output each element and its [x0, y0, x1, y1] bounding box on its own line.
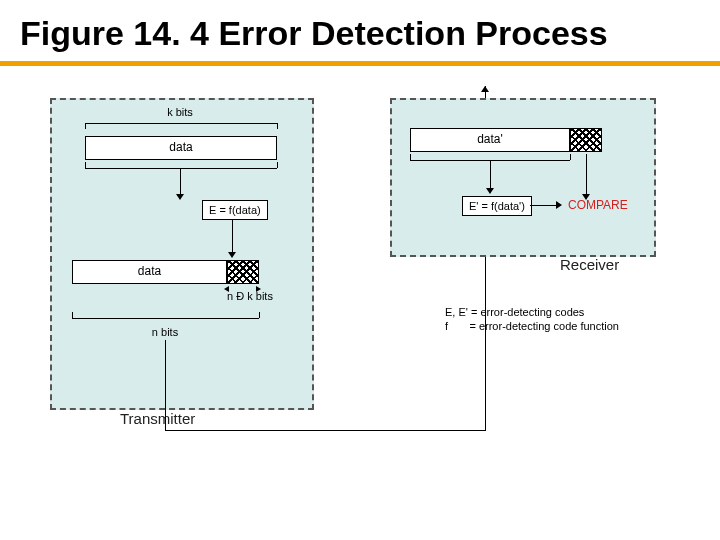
- arrow-head-up-icon: [481, 86, 489, 92]
- bracket-tick: [277, 123, 278, 129]
- k-bits-label: k bits: [155, 106, 205, 118]
- legend-line2: f = error-detecting code function: [445, 320, 619, 332]
- arrow-head-down-icon: [176, 194, 184, 200]
- transmitter-formula: E = f(data): [202, 200, 268, 220]
- transmission-line-h: [165, 430, 485, 431]
- page-title: Figure 14. 4 Error Detection Process: [0, 0, 620, 53]
- arrow-head-right-icon: [556, 201, 562, 209]
- transmitter-label: Transmitter: [120, 410, 195, 427]
- arrow-shaft-h: [530, 205, 558, 206]
- bracket-tick: [85, 123, 86, 129]
- receiver-data-bar: [410, 128, 570, 152]
- bracket-tick: [277, 162, 278, 168]
- arrow-head-down-icon: [486, 188, 494, 194]
- arrow-shaft: [232, 220, 233, 254]
- legend-line1: E, E' = error-detecting codes: [445, 306, 584, 318]
- arrow-head-down-icon: [228, 252, 236, 258]
- transmitter-data-bar-bottom: [72, 260, 227, 284]
- transmission-line-v1: [165, 340, 166, 430]
- arrow-shaft: [180, 168, 181, 196]
- arrow-shaft: [490, 160, 491, 190]
- bracket-tick: [410, 154, 411, 160]
- bracket-under-top: [85, 168, 277, 169]
- k-bits-bracket: [85, 123, 277, 124]
- receiver-ecc-hatch: [570, 128, 602, 152]
- bracket-tick: [570, 154, 571, 160]
- transmitter-data-bar-top: [85, 136, 277, 160]
- orange-rule: [0, 61, 720, 66]
- receiver-label: Receiver: [560, 256, 619, 273]
- bracket-tick: [72, 312, 73, 318]
- compare-label: COMPARE: [568, 198, 628, 212]
- n-bits-label: n bits: [140, 326, 190, 338]
- diagram-stage: Transmitter k bits data E = f(data) data…: [0, 78, 720, 498]
- arrow-head-right-icon: [256, 286, 261, 292]
- arrow-head-left-icon: [224, 286, 229, 292]
- bracket-tick: [259, 312, 260, 318]
- receiver-formula: E' = f(data'): [462, 196, 532, 216]
- n-bits-bracket: [72, 318, 259, 319]
- transmitter-ecc-hatch: [227, 260, 259, 284]
- nk-bits-label: n Ð k bits: [225, 290, 275, 302]
- receiver-panel: [390, 98, 656, 257]
- bracket-tick: [85, 162, 86, 168]
- arrow-shaft: [586, 154, 587, 196]
